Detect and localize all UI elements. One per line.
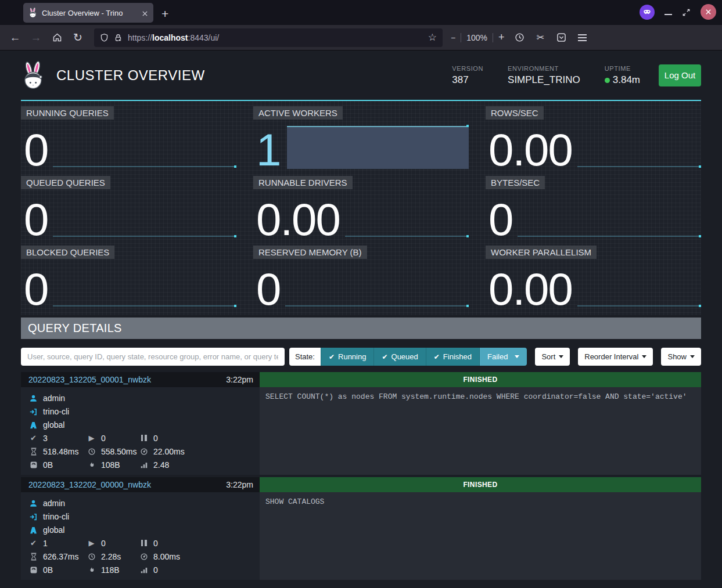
cluster-meta: VERSION 387 ENVIRONMENT SIMPLE_TRINO UPT… — [452, 65, 640, 86]
metrics-grid: 0 RUNNING QUERIES 1 ACTIVE WORKERS 0.00 … — [21, 101, 701, 315]
forward-icon[interactable]: → — [27, 29, 45, 46]
query-toolbar: State: ✔Running ✔Queued ✔Finished Failed… — [21, 348, 701, 366]
state-finished-button[interactable]: ✔Finished — [426, 348, 479, 366]
metric-queued-queries: 0 QUEUED QUERIES — [21, 176, 236, 240]
uptime-label: UPTIME — [605, 65, 640, 72]
zoom-out-button[interactable]: − — [451, 33, 455, 42]
trino-logo — [21, 61, 45, 90]
query-status-badge: FINISHED — [260, 477, 701, 492]
resource-group-icon — [29, 420, 38, 429]
environment-value: SIMPLE_TRINO — [508, 74, 580, 86]
cumulative-memory-icon — [87, 565, 96, 575]
parallelism-icon — [139, 460, 148, 470]
elapsed-time-icon — [87, 552, 96, 561]
reorder-interval-dropdown[interactable]: Reorder Interval — [578, 348, 653, 366]
lock-warning-icon[interactable] — [114, 33, 123, 43]
tab-close-icon[interactable] — [142, 9, 148, 16]
metric-rows-sec: 0.00 ROWS/SEC — [486, 106, 701, 170]
cpu-time-icon — [139, 552, 148, 561]
state-failed-dropdown[interactable]: Failed — [479, 348, 527, 366]
window-controls — [640, 4, 716, 20]
chevron-down-icon — [642, 355, 646, 358]
version-value: 387 — [452, 74, 483, 86]
state-label: State: — [289, 348, 321, 366]
chevron-down-icon — [690, 355, 695, 358]
zoom-level[interactable]: 100% — [466, 33, 487, 42]
zoom-in-button[interactable]: + — [498, 31, 505, 44]
parallelism-icon — [139, 565, 148, 575]
show-dropdown[interactable]: Show — [661, 348, 701, 366]
metric-bytes-sec: 0 BYTES/SEC — [486, 176, 701, 240]
user-icon — [29, 498, 38, 507]
page-title: CLUSTER OVERVIEW — [56, 67, 452, 84]
resource-group-icon — [29, 525, 38, 534]
metric-active-workers: 1 ACTIVE WORKERS — [253, 106, 469, 170]
state-running-button[interactable]: ✔Running — [321, 348, 374, 366]
metric-reserved-memory: 0 RESERVED MEMORY (B) — [253, 246, 469, 309]
query-row: 20220823_132205_00001_nwbzk 3:22pm FINIS… — [21, 372, 701, 475]
private-browsing-icon — [640, 5, 655, 20]
version-label: VERSION — [452, 65, 483, 72]
query-sql-text: SELECT COUNT(*) as nodes FROM system.run… — [260, 387, 701, 475]
back-icon[interactable]: ← — [6, 29, 24, 46]
browser-navbar: ← → ↻ https://localhost:8443/ui/ ☆ − 100… — [0, 25, 722, 50]
shield-icon[interactable] — [100, 33, 109, 43]
url-bar[interactable]: https://localhost:8443/ui/ ☆ — [94, 28, 443, 47]
metric-running-queries: 0 RUNNING QUERIES — [21, 106, 236, 170]
history-icon[interactable] — [511, 29, 529, 46]
query-meta: admin trino-cli global ✔1 ▶0 0 626.37ms … — [21, 492, 260, 580]
current-memory-icon — [29, 565, 38, 575]
running-splits-icon: ▶ — [87, 539, 96, 547]
running-splits-icon: ▶ — [87, 434, 96, 442]
sparkline-area — [287, 126, 469, 169]
source-icon — [29, 406, 38, 416]
search-input[interactable] — [21, 348, 285, 366]
queued-splits-icon — [139, 540, 148, 546]
query-time: 3:22pm — [226, 375, 253, 384]
elapsed-time-icon — [87, 447, 96, 456]
metric-blocked-queries: 0 BLOCKED QUERIES — [21, 246, 236, 309]
pocket-icon[interactable] — [552, 29, 571, 46]
menu-icon[interactable] — [573, 29, 592, 46]
restore-button[interactable] — [682, 7, 691, 17]
query-details-header: QUERY DETAILS — [21, 318, 701, 339]
close-window-button[interactable] — [701, 4, 716, 20]
reload-icon[interactable]: ↻ — [69, 29, 87, 46]
query-time: 3:22pm — [226, 480, 253, 489]
sort-dropdown[interactable]: Sort — [535, 348, 570, 366]
check-icon: ✔ — [382, 353, 387, 361]
source-icon — [29, 511, 38, 521]
metric-worker-parallelism: 0.00 WORKER PARALLELISM — [486, 246, 701, 309]
chevron-down-icon — [515, 355, 519, 358]
metric-runnable-drivers: 0.00 RUNNABLE DRIVERS — [253, 176, 469, 240]
query-id-link[interactable]: 20220823_132202_00000_nwbzk — [28, 480, 151, 489]
queued-time-icon — [29, 552, 38, 561]
minimize-button[interactable] — [664, 7, 672, 17]
state-queued-button[interactable]: ✔Queued — [373, 348, 425, 366]
queued-time-icon — [29, 447, 38, 456]
completed-splits-icon: ✔ — [29, 539, 38, 547]
cpu-time-icon — [139, 447, 148, 456]
home-icon[interactable] — [48, 29, 66, 46]
sparkline — [518, 236, 701, 237]
logout-button[interactable]: Log Out — [659, 64, 701, 86]
check-icon: ✔ — [329, 353, 335, 361]
sparkline — [53, 236, 236, 237]
browser-tab[interactable]: Cluster Overview - Trino — [23, 3, 153, 23]
sparkline — [577, 305, 701, 306]
query-row: 20220823_132202_00000_nwbzk 3:22pm FINIS… — [21, 477, 701, 580]
sparkline — [577, 166, 701, 167]
query-status-badge: FINISHED — [260, 372, 701, 387]
query-id-link[interactable]: 20220823_132205_00001_nwbzk — [28, 375, 151, 384]
new-tab-button[interactable]: + — [161, 8, 168, 20]
zoom-controls: − 100% + — [451, 31, 505, 44]
screenshot-extension-icon[interactable]: ✂ — [531, 29, 550, 46]
environment-label: ENVIRONMENT — [508, 65, 580, 72]
tab-title: Cluster Overview - Trino — [42, 9, 137, 17]
trino-favicon — [28, 8, 37, 19]
app-header: CLUSTER OVERVIEW VERSION 387 ENVIRONMENT… — [21, 50, 701, 101]
sparkline — [53, 166, 236, 167]
url-text: https://localhost:8443/ui/ — [128, 33, 423, 42]
query-sql-text: SHOW CATALOGS — [260, 492, 701, 580]
bookmark-star-icon[interactable]: ☆ — [428, 31, 437, 44]
